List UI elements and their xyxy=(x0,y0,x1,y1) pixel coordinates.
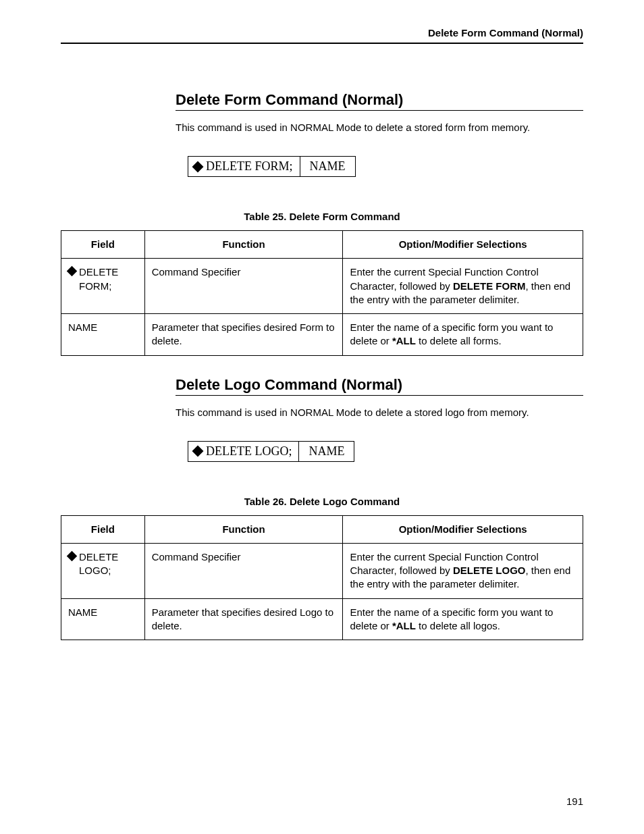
table-row: DELETE FORM; Command Specifier Enter the… xyxy=(61,259,583,314)
command-table: Field Function Option/Modifier Selection… xyxy=(61,515,583,641)
opt-bold: *ALL xyxy=(392,620,416,631)
col-function: Function xyxy=(144,231,343,259)
opt-bold: DELETE FORM xyxy=(453,280,526,292)
cell-function: Command Specifier xyxy=(144,259,343,314)
col-options: Option/Modifier Selections xyxy=(343,231,583,259)
cell-field: DELETE LOGO; xyxy=(61,543,145,598)
field-text: DELETE FORM; xyxy=(79,265,138,293)
table-caption: Table 26. Delete Logo Command xyxy=(61,496,583,507)
section-heading: Delete Form Command (Normal) xyxy=(176,91,583,111)
section-intro: This command is used in NORMAL Mode to d… xyxy=(176,120,583,134)
syntax-left: DELETE FORM; xyxy=(188,157,300,176)
cell-options: Enter the current Special Function Contr… xyxy=(343,259,583,314)
col-field: Field xyxy=(61,231,145,259)
col-options: Option/Modifier Selections xyxy=(343,515,583,543)
syntax-left: DELETE LOGO; xyxy=(188,442,298,461)
col-function: Function xyxy=(144,515,343,543)
syntax-box: DELETE LOGO; NAME xyxy=(188,441,354,462)
cell-field: NAME xyxy=(61,314,145,356)
cell-function: Command Specifier xyxy=(144,543,343,598)
syntax-left-text: DELETE FORM; xyxy=(206,159,293,174)
syntax-left-text: DELETE LOGO; xyxy=(206,444,292,459)
command-table: Field Function Option/Modifier Selection… xyxy=(61,230,583,356)
cell-field: DELETE FORM; xyxy=(61,259,145,314)
diamond-icon xyxy=(192,161,204,172)
table-row: DELETE LOGO; Command Specifier Enter the… xyxy=(61,543,583,598)
section-heading: Delete Logo Command (Normal) xyxy=(176,376,583,396)
page-number: 191 xyxy=(566,796,583,807)
table-header-row: Field Function Option/Modifier Selection… xyxy=(61,515,583,543)
section-delete-logo: Delete Logo Command (Normal) This comman… xyxy=(176,376,583,496)
cell-options: Enter the current Special Function Contr… xyxy=(343,543,583,598)
cell-function: Parameter that specifies desired Form to… xyxy=(144,314,343,356)
diamond-icon xyxy=(192,446,204,457)
cell-field: NAME xyxy=(61,598,145,640)
section-delete-form: Delete Form Command (Normal) This comman… xyxy=(176,91,583,211)
table-block-form: Table 25. Delete Form Command Field Func… xyxy=(61,211,583,356)
col-field: Field xyxy=(61,515,145,543)
syntax-right-text: NAME xyxy=(310,159,346,174)
table-caption: Table 25. Delete Form Command xyxy=(61,211,583,222)
table-row: NAME Parameter that specifies desired Fo… xyxy=(61,314,583,356)
running-header: Delete Form Command (Normal) xyxy=(61,27,583,44)
opt-bold: DELETE LOGO xyxy=(453,565,526,576)
opt-bold: *ALL xyxy=(392,335,416,346)
table-row: NAME Parameter that specifies desired Lo… xyxy=(61,598,583,640)
diamond-icon xyxy=(67,550,78,561)
diamond-icon xyxy=(67,266,78,277)
syntax-box: DELETE FORM; NAME xyxy=(188,156,356,177)
section-intro: This command is used in NORMAL Mode to d… xyxy=(176,405,583,419)
syntax-right-text: NAME xyxy=(308,444,344,459)
syntax-right: NAME xyxy=(300,157,355,176)
table-header-row: Field Function Option/Modifier Selection… xyxy=(61,231,583,259)
opt-post: to delete all logos. xyxy=(416,620,500,631)
cell-options: Enter the name of a specific form you wa… xyxy=(343,598,583,640)
cell-function: Parameter that specifies desired Logo to… xyxy=(144,598,343,640)
syntax-right: NAME xyxy=(298,442,354,461)
field-text: DELETE LOGO; xyxy=(79,550,138,578)
cell-options: Enter the name of a specific form you wa… xyxy=(343,314,583,356)
opt-post: to delete all forms. xyxy=(416,335,502,346)
table-block-logo: Table 26. Delete Logo Command Field Func… xyxy=(61,496,583,641)
running-header-text: Delete Form Command (Normal) xyxy=(428,27,583,38)
